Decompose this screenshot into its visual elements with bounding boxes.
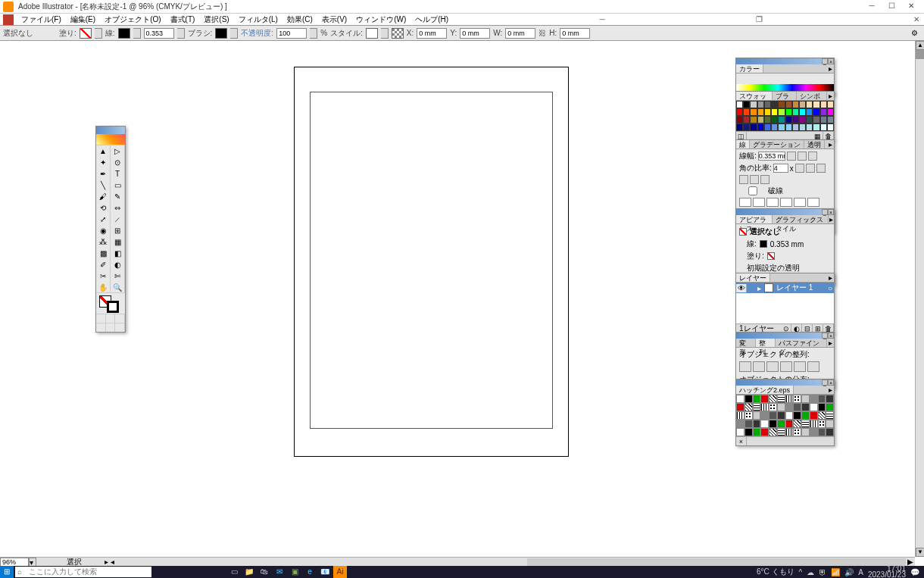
hatch-swatch[interactable] (793, 403, 801, 411)
zoom-input[interactable] (0, 558, 29, 567)
hatch-swatch[interactable] (760, 428, 769, 436)
swatch-item[interactable] (750, 116, 757, 123)
hatch-swatch[interactable] (818, 395, 826, 403)
swatch-item[interactable] (813, 116, 819, 123)
zoom-tool[interactable]: 🔍 (111, 282, 125, 293)
swatch-item[interactable] (764, 108, 771, 116)
edge-icon[interactable]: e (303, 566, 317, 578)
wifi-icon[interactable]: 📶 (831, 568, 840, 576)
panel-options[interactable]: ▸ (826, 140, 834, 148)
hatch-swatch[interactable] (753, 420, 761, 428)
panel-options[interactable]: ▸ (827, 339, 834, 347)
appear-fill-swatch[interactable] (767, 252, 775, 260)
align-right[interactable] (766, 361, 779, 372)
hatching-tab[interactable]: ハッチング2.eps (736, 386, 794, 394)
selection-tool[interactable]: ▲ (96, 145, 111, 157)
swatch-item[interactable] (792, 108, 799, 116)
swatch-item[interactable] (820, 108, 827, 116)
visibility-toggle[interactable]: 👁 (736, 284, 747, 292)
swatch-item[interactable] (764, 116, 771, 123)
ime-icon[interactable]: A (858, 568, 863, 576)
brush-dropdown[interactable] (230, 28, 238, 39)
swatch-item[interactable] (757, 123, 764, 131)
swatch-item[interactable] (778, 101, 785, 108)
menu-type[interactable]: 書式(T) (166, 14, 200, 26)
dash-1[interactable] (739, 198, 751, 207)
stroke-weight-input[interactable] (144, 28, 174, 39)
swatch-item[interactable] (806, 116, 813, 123)
symbols-tab[interactable]: シンボル (797, 92, 827, 100)
warp-tool[interactable]: ◉ (96, 225, 111, 236)
gradient-tab[interactable]: グラデーション (750, 140, 804, 148)
appear-stroke-swatch[interactable] (760, 240, 767, 248)
status-dropdown[interactable]: ▸ ◂ (105, 558, 114, 566)
brush-swatch[interactable] (215, 28, 227, 39)
swatch-item[interactable] (757, 101, 764, 108)
menu-select[interactable]: 選択(S) (199, 14, 233, 26)
hatch-swatch[interactable] (753, 395, 761, 403)
hatch-swatch[interactable] (826, 420, 834, 428)
hatch-swatch[interactable] (826, 411, 834, 420)
dash-2[interactable] (766, 198, 779, 207)
align-hcenter[interactable] (753, 361, 765, 372)
h-input[interactable] (560, 28, 590, 39)
hatch-swatch[interactable] (826, 428, 834, 436)
hatch-swatch[interactable] (745, 411, 753, 420)
app-icon[interactable]: ▣ (288, 566, 301, 578)
swatch-item[interactable] (736, 108, 743, 116)
w-input[interactable] (505, 28, 535, 39)
swatch-item[interactable] (743, 101, 750, 108)
panel-options[interactable]: ▸ (826, 386, 834, 394)
join-round[interactable] (806, 164, 815, 173)
hatch-swatch[interactable] (801, 403, 810, 411)
volume-icon[interactable]: 🔊 (844, 568, 854, 576)
hatch-swatch[interactable] (760, 403, 769, 411)
appearance-tab[interactable]: アピアランス (736, 215, 773, 223)
hatch-swatch[interactable] (785, 411, 794, 420)
close-button[interactable]: ✕ (901, 1, 921, 13)
stroke-dropdown[interactable] (133, 28, 141, 39)
gradient-mode[interactable] (106, 314, 116, 323)
hatch-swatch[interactable] (818, 411, 826, 420)
hatch-swatch[interactable] (801, 411, 810, 420)
shear-tool[interactable]: ⟋ (111, 214, 125, 225)
brushes-tab[interactable]: ブラシ (773, 92, 797, 100)
hatch-swatch[interactable] (777, 420, 785, 428)
swatch-item[interactable] (750, 108, 757, 116)
panel-minimize[interactable]: _ (822, 333, 828, 339)
symbol-sprayer-tool[interactable]: ⁂ (96, 236, 111, 248)
swatch-item[interactable] (771, 101, 778, 108)
swatch-item[interactable] (827, 116, 834, 123)
align-top[interactable] (780, 361, 792, 372)
color-tab[interactable]: カラー (736, 64, 763, 73)
swatch-item[interactable] (792, 116, 799, 123)
opacity-dropdown[interactable] (310, 28, 317, 39)
swatch-item[interactable] (820, 101, 827, 108)
scroll-down[interactable]: ▼ (916, 548, 924, 557)
gradient-tool[interactable]: ◧ (111, 248, 125, 259)
hatch-swatch[interactable] (769, 428, 777, 436)
hatch-swatch[interactable] (753, 403, 761, 411)
swatch-item[interactable] (771, 116, 778, 123)
graphic-styles-tab[interactable]: グラフィックスタイル (773, 215, 829, 223)
hatch-swatch[interactable] (785, 395, 794, 403)
paintbrush-tool[interactable]: 🖌 (96, 191, 111, 202)
mdi-minimize[interactable]: ─ (595, 15, 609, 23)
swatch-item[interactable] (813, 123, 819, 131)
tray-chevron-icon[interactable]: ^ (799, 568, 803, 576)
hatch-swatch[interactable] (760, 420, 769, 428)
swatch-item[interactable] (743, 123, 750, 131)
swatch-item[interactable] (799, 101, 806, 108)
swatch-item[interactable] (827, 108, 834, 116)
hatch-swatch[interactable] (745, 428, 753, 436)
fill-dropdown[interactable] (95, 28, 102, 39)
menu-view[interactable]: 表示(V) (317, 14, 351, 26)
hatch-swatch[interactable] (736, 411, 745, 420)
swatch-item[interactable] (820, 123, 827, 131)
hatch-swatch[interactable] (785, 420, 794, 428)
swatch-item[interactable] (771, 123, 778, 131)
pen-tool[interactable]: ✒ (96, 168, 111, 180)
layer-row[interactable]: 👁 ▸ レイヤー 1 ○ (736, 283, 834, 293)
hatch-swatch[interactable] (769, 403, 777, 411)
hatch-swatch[interactable] (810, 428, 818, 436)
